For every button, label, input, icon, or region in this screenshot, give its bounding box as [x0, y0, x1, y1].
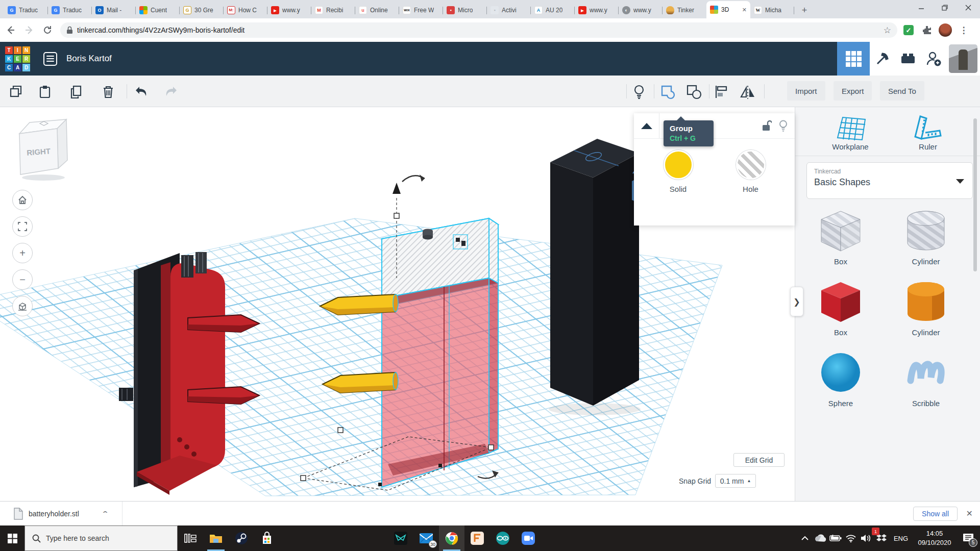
- import-button[interactable]: Import: [787, 81, 825, 101]
- snap-grid-select[interactable]: 0.1 mm▲: [715, 474, 756, 488]
- browser-tab[interactable]: G30 Gre: [180, 2, 224, 18]
- show-all-downloads-button[interactable]: Show all: [913, 507, 958, 521]
- download-expand-icon[interactable]: ⌃: [101, 510, 109, 517]
- hole-material-button[interactable]: Hole: [720, 150, 781, 193]
- tray-chevron-icon[interactable]: [797, 525, 813, 551]
- ruler-tool[interactable]: Ruler: [897, 114, 959, 151]
- url-input[interactable]: tinkercad.com/things/4V2zArSWy9m-boris-k…: [60, 22, 897, 38]
- redo-icon[interactable]: [162, 84, 179, 100]
- invite-person-icon[interactable]: [921, 42, 946, 76]
- tinkercad-logo[interactable]: TINKERCAD: [5, 46, 30, 71]
- undo-icon[interactable]: [134, 84, 150, 100]
- browser-tab[interactable]: ▶www.y: [267, 2, 311, 18]
- wifi-icon[interactable]: [843, 525, 859, 551]
- task-view-taskbar-button[interactable]: [178, 525, 203, 551]
- account-avatar[interactable]: [949, 44, 977, 73]
- bookmark-star-icon[interactable]: ☆: [884, 25, 891, 36]
- lightbulb-icon[interactable]: [779, 120, 788, 132]
- notification-center-icon[interactable]: 5: [957, 525, 980, 551]
- mirror-icon[interactable]: [740, 84, 756, 100]
- browser-tab[interactable]: ▶www.y: [575, 2, 619, 18]
- shape-sphere[interactable]: Sphere: [801, 349, 880, 408]
- fit-view-button[interactable]: [12, 216, 33, 237]
- paste-icon[interactable]: [37, 84, 53, 100]
- design-title[interactable]: Boris Kartof: [66, 54, 112, 64]
- duplicate-icon[interactable]: [68, 84, 85, 100]
- language-indicator[interactable]: ENG: [889, 525, 913, 551]
- sidebar-scrollbar[interactable]: [973, 118, 977, 271]
- shape-cylinder-orange[interactable]: Cylinder: [886, 278, 966, 337]
- download-bar-close-icon[interactable]: ✕: [966, 509, 973, 518]
- browser-tab[interactable]: ▪Micro: [443, 2, 487, 18]
- browser-tab[interactable]: GTraduc: [48, 2, 92, 18]
- browser-tab[interactable]: Tinker: [663, 2, 706, 18]
- shape-library-select[interactable]: Tinkercad Basic Shapes: [806, 162, 973, 199]
- shape-box-hole[interactable]: Box: [801, 207, 880, 266]
- refresh-icon[interactable]: [40, 22, 55, 38]
- fusion360-taskbar-button[interactable]: [464, 525, 490, 551]
- ms-store-taskbar-button[interactable]: [254, 525, 280, 551]
- unlock-icon[interactable]: [762, 120, 772, 132]
- battery-icon[interactable]: [828, 525, 843, 551]
- browser-tab[interactable]: GTraduc: [4, 2, 48, 18]
- workplane-tool[interactable]: Workplane: [820, 114, 881, 151]
- browser-tab[interactable]: M:How C: [224, 2, 267, 18]
- zoom-out-button[interactable]: −: [12, 269, 33, 290]
- predator-taskbar-button[interactable]: [388, 525, 413, 551]
- zoom-taskbar-button[interactable]: [516, 525, 541, 551]
- back-icon[interactable]: [3, 22, 18, 38]
- collapse-panel-button[interactable]: [634, 113, 659, 138]
- sidebar-collapse-handle[interactable]: ❯: [790, 287, 803, 316]
- window-minimize-button[interactable]: [910, 0, 933, 15]
- browser-tab[interactable]: Cuent: [136, 2, 180, 18]
- browser-tab[interactable]: ▪Activi: [487, 2, 531, 18]
- browser-tab[interactable]: WIXFree W: [399, 2, 443, 18]
- home-view-button[interactable]: [12, 190, 33, 210]
- taskbar-clock[interactable]: 14:05 09/10/2020: [913, 525, 957, 551]
- browser-tab[interactable]: ◐www.y: [619, 2, 663, 18]
- browser-tab[interactable]: OMail -: [92, 2, 136, 18]
- group-icon[interactable]: [659, 84, 676, 100]
- shape-scribble[interactable]: Scribble: [886, 349, 966, 408]
- perspective-toggle-button[interactable]: [12, 296, 33, 316]
- browser-tab[interactable]: MRecibi: [311, 2, 355, 18]
- lego-brick-icon[interactable]: [895, 42, 921, 76]
- shape-box-red[interactable]: Box: [801, 278, 880, 337]
- shape-cylinder-hole[interactable]: Cylinder: [886, 207, 966, 266]
- browser-menu-icon[interactable]: ⋮: [957, 23, 971, 37]
- start-button[interactable]: [0, 525, 24, 551]
- new-tab-button[interactable]: +: [797, 3, 812, 17]
- file-explorer-taskbar-button[interactable]: [203, 525, 229, 551]
- dropbox-icon[interactable]: 1: [874, 525, 889, 551]
- blocks-view-button[interactable]: [837, 42, 870, 76]
- copy-icon[interactable]: [8, 84, 24, 100]
- steam-taskbar-button[interactable]: [229, 525, 254, 551]
- arduino-taskbar-button[interactable]: [490, 525, 516, 551]
- download-filename[interactable]: batteryholder.stl: [29, 510, 79, 518]
- mail-taskbar-button[interactable]: 30: [413, 525, 439, 551]
- show-all-lightbulb-icon[interactable]: [631, 84, 647, 100]
- delete-icon[interactable]: [100, 84, 116, 100]
- browser-tab-active[interactable]: 3D✕: [706, 1, 750, 18]
- window-close-button[interactable]: [957, 0, 980, 15]
- solid-material-button[interactable]: Solid: [648, 150, 709, 193]
- forward-icon[interactable]: [21, 22, 37, 38]
- ungroup-icon[interactable]: [686, 84, 702, 100]
- zoom-in-button[interactable]: +: [12, 243, 33, 263]
- export-button[interactable]: Export: [834, 81, 872, 101]
- browser-tab[interactable]: uOnline: [355, 2, 399, 18]
- browser-tab[interactable]: AAU 20: [531, 2, 575, 18]
- browser-tab[interactable]: WMicha: [750, 2, 794, 18]
- onedrive-icon[interactable]: [813, 525, 828, 551]
- window-restore-button[interactable]: [933, 0, 957, 15]
- edit-grid-button[interactable]: Edit Grid: [733, 453, 785, 467]
- minecraft-pickaxe-icon[interactable]: [870, 42, 895, 76]
- extensions-puzzle-icon[interactable]: [920, 23, 934, 37]
- align-icon[interactable]: [713, 84, 729, 100]
- project-list-icon[interactable]: [43, 52, 57, 66]
- extension-check-icon[interactable]: ✓: [901, 23, 916, 37]
- browser-avatar[interactable]: [938, 23, 952, 37]
- tab-close-icon[interactable]: ✕: [742, 7, 747, 13]
- chrome-taskbar-button[interactable]: [439, 525, 464, 551]
- send-to-button[interactable]: Send To: [880, 81, 924, 101]
